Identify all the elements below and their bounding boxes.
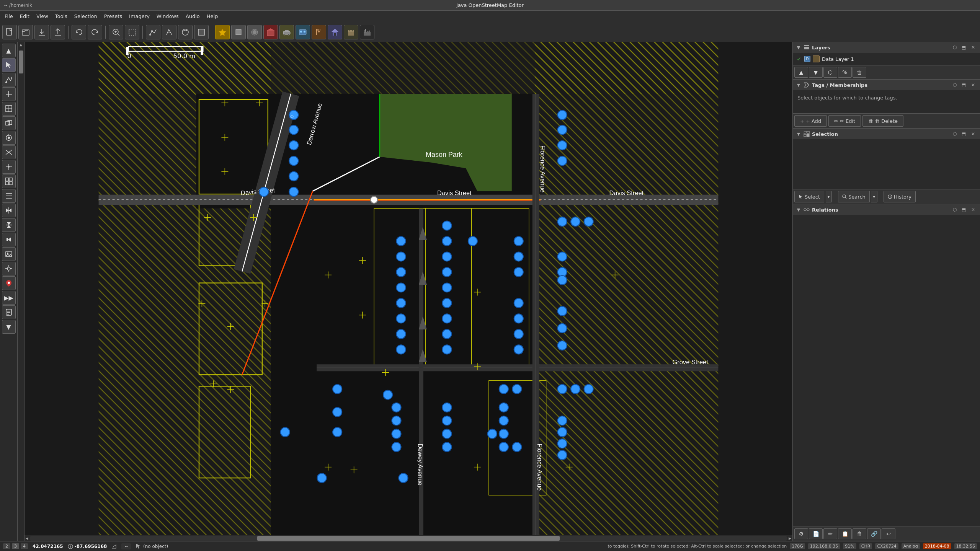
layer-visibility-btn[interactable]: ✓ <box>796 56 802 62</box>
search-dropdown-btn[interactable]: ▾ <box>871 191 877 202</box>
move-button[interactable] <box>194 25 209 39</box>
menu-audio[interactable]: Audio <box>183 13 203 20</box>
layers-minimize-btn[interactable]: ⬡ <box>951 44 959 51</box>
menu-edit[interactable]: Edit <box>17 13 33 20</box>
map-area[interactable]: ▲ <box>18 42 792 541</box>
split-way-btn[interactable] <box>2 160 16 174</box>
add-node-mode-btn[interactable] <box>2 87 16 101</box>
tab-2[interactable]: 2 <box>3 543 10 549</box>
relations-close-btn[interactable]: ✕ <box>969 206 977 214</box>
horizontal-scrollbar[interactable]: ◀ ▶ <box>24 535 792 541</box>
image-btn[interactable] <box>2 247 16 261</box>
redo-button[interactable] <box>88 25 102 39</box>
relations-minimize-btn[interactable]: ⬡ <box>951 206 959 214</box>
preset-building[interactable] <box>263 25 278 39</box>
select-mode-btn[interactable] <box>2 58 16 72</box>
tags-add-btn[interactable]: + + Add <box>794 115 827 127</box>
selection-minimize-btn[interactable]: ⬡ <box>951 130 959 138</box>
scroll-up-btn[interactable]: ▲ <box>2 44 16 57</box>
h-scroll-thumb[interactable] <box>257 536 560 541</box>
scroll-down-btn[interactable]: ▼ <box>2 320 16 334</box>
merge-nodes-btn[interactable] <box>2 145 16 159</box>
preset-house[interactable] <box>328 25 342 39</box>
upload-button[interactable] <box>51 25 65 39</box>
flip-horizontal-btn[interactable] <box>2 204 16 217</box>
menu-imagery[interactable]: Imagery <box>126 13 153 20</box>
zoom-exact-button[interactable] <box>109 25 123 39</box>
relations-settings-btn[interactable]: ⚙ <box>794 528 808 539</box>
draw-way-button[interactable] <box>146 25 160 39</box>
tags-edit-btn[interactable]: ✏ ✏ Edit <box>828 115 861 127</box>
relations-link-btn[interactable]: 🔗 <box>867 528 881 539</box>
vertical-scrollbar[interactable]: ▲ <box>18 42 24 541</box>
selection-close-btn[interactable]: ✕ <box>969 130 977 138</box>
relations-delete-btn[interactable]: 🗑 <box>853 528 866 539</box>
tags-minimize-btn[interactable]: ⬡ <box>951 81 959 89</box>
draw-way-mode-btn[interactable] <box>2 73 16 86</box>
preset-food[interactable] <box>312 25 326 39</box>
preset-segment[interactable] <box>231 25 246 39</box>
menu-file[interactable]: File <box>2 13 16 20</box>
relations-edit-btn[interactable]: ✏ <box>823 528 837 539</box>
layers-collapse-btn[interactable]: ▼ <box>796 45 801 50</box>
parallel-button[interactable] <box>178 25 193 39</box>
open-button[interactable] <box>18 25 33 39</box>
download-gps-btn[interactable] <box>2 262 16 276</box>
select-all-button[interactable] <box>125 25 139 39</box>
draw-node-button[interactable] <box>162 25 176 39</box>
scroll-right-arrow[interactable]: ▶ <box>787 536 792 540</box>
select-btn[interactable]: Select <box>794 191 824 202</box>
layer-move-down-btn[interactable]: ▼ <box>809 67 823 78</box>
tags-collapse-btn[interactable]: ▼ <box>796 82 801 88</box>
map-canvas[interactable]: Mason Park Davis Street Davis Street <box>24 42 792 541</box>
tab-4[interactable]: 4 <box>21 543 28 549</box>
scroll-up-arrow[interactable]: ▲ <box>20 43 22 47</box>
tags-delete-btn[interactable]: 🗑 🗑 Delete <box>862 115 903 127</box>
menu-selection[interactable]: Selection <box>71 13 100 20</box>
layer-item-data1[interactable]: ✓ D Data Layer 1 <box>794 54 978 64</box>
menu-help[interactable]: Help <box>204 13 221 20</box>
selection-collapse-btn[interactable]: ▼ <box>796 131 801 137</box>
tab-3[interactable]: 3 <box>12 543 19 549</box>
menu-windows[interactable]: Windows <box>154 13 182 20</box>
relations-undo-btn[interactable]: ↩ <box>882 528 895 539</box>
layer-merge-btn[interactable]: % <box>838 67 852 78</box>
select-dropdown-btn[interactable]: ▾ <box>826 191 832 202</box>
menu-presets[interactable]: Presets <box>101 13 125 20</box>
new-button[interactable] <box>2 25 17 39</box>
flip-vertical-btn[interactable] <box>2 218 16 232</box>
note-btn[interactable] <box>2 305 16 319</box>
relations-new-btn[interactable]: 📄 <box>809 528 823 539</box>
tags-detach-btn[interactable]: ⬒ <box>960 81 968 89</box>
align-nodes-btn[interactable] <box>2 189 16 203</box>
layer-delete-btn[interactable]: 🗑 <box>853 67 866 78</box>
relations-detach-btn[interactable]: ⬒ <box>960 206 968 214</box>
layer-move-up-btn[interactable]: ▲ <box>794 67 808 78</box>
selection-detach-btn[interactable]: ⬒ <box>960 130 968 138</box>
preset-industry[interactable] <box>360 25 374 39</box>
h-scroll-track[interactable] <box>30 536 787 541</box>
preset-car[interactable] <box>279 25 294 39</box>
search-btn[interactable]: Search <box>838 191 870 202</box>
download-button[interactable] <box>34 25 49 39</box>
preset-traffic-light[interactable] <box>247 25 262 39</box>
layer-duplicate-btn[interactable]: ⬡ <box>823 67 837 78</box>
extrude-btn[interactable] <box>2 116 16 130</box>
menu-tools[interactable]: Tools <box>52 13 70 20</box>
fast-forward-btn[interactable]: ▶▶ <box>2 291 16 305</box>
marker-btn[interactable] <box>2 276 16 290</box>
menu-view[interactable]: View <box>33 13 51 20</box>
tags-close-btn[interactable]: ✕ <box>969 81 977 89</box>
layers-close-btn[interactable]: ✕ <box>969 44 977 51</box>
relations-collapse-btn[interactable]: ▼ <box>796 207 801 212</box>
scroll-thumb-vertical[interactable] <box>19 51 23 73</box>
preset-bus[interactable] <box>296 25 310 39</box>
preset-castle[interactable] <box>344 25 358 39</box>
history-btn[interactable]: History <box>884 191 916 202</box>
combine-ways-btn[interactable] <box>2 174 16 188</box>
audio-btn[interactable] <box>2 233 16 246</box>
layers-detach-btn[interactable]: ⬒ <box>960 44 968 51</box>
scroll-left-arrow[interactable]: ◀ <box>24 536 29 540</box>
zoom-select-btn[interactable] <box>2 102 16 116</box>
undo-button[interactable] <box>72 25 86 39</box>
